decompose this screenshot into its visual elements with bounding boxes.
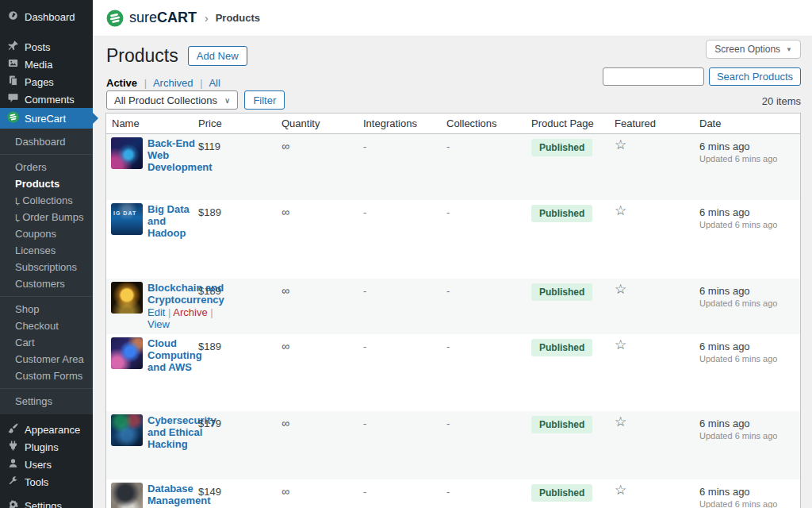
- featured-star-icon[interactable]: ☆: [615, 337, 626, 352]
- view-link-all[interactable]: All: [209, 77, 220, 89]
- date-value: 6 mins ago: [699, 140, 800, 152]
- sidebar-item-settings[interactable]: Settings: [0, 497, 93, 508]
- sidebar-item-label: Appearance: [25, 424, 80, 436]
- price-value: $179: [198, 411, 282, 479]
- sidebar-item-dashboard[interactable]: Dashboard: [0, 8, 93, 25]
- product-thumbnail[interactable]: [111, 337, 143, 369]
- collections-value: -: [446, 134, 531, 200]
- submenu-divider: [0, 154, 93, 155]
- collections-value: -: [446, 200, 531, 279]
- collections-value: -: [446, 334, 531, 411]
- collections-filter-select[interactable]: All Product Collections ∨: [106, 90, 238, 110]
- integrations-value: -: [363, 134, 446, 200]
- thumbnail-text: IG DAT: [113, 210, 136, 216]
- updated-value: Updated 6 mins ago: [699, 154, 800, 164]
- date-value: 6 mins ago: [699, 418, 800, 429]
- date-value: 6 mins ago: [699, 341, 800, 352]
- edit-link[interactable]: Edit: [147, 306, 165, 318]
- add-new-button[interactable]: Add New: [188, 46, 247, 66]
- sidebar-item-label: Tools: [25, 476, 48, 488]
- view-link[interactable]: View: [147, 318, 170, 330]
- brand-wordmark: sureCART: [129, 10, 197, 26]
- sidebar-item-media[interactable]: Media: [0, 56, 93, 73]
- featured-star-icon[interactable]: ☆: [615, 414, 626, 429]
- items-count: 20 items: [762, 95, 801, 107]
- submenu-item-cart[interactable]: Cart: [0, 334, 93, 351]
- submenu-item-custom-forms[interactable]: Custom Forms: [0, 368, 93, 384]
- submenu-item-coupons[interactable]: Coupons: [0, 225, 93, 242]
- product-thumbnail[interactable]: [111, 483, 143, 508]
- breadcrumb: Products: [216, 12, 260, 24]
- submenu-item-checkout[interactable]: Checkout: [0, 318, 93, 334]
- sidebar-item-label: Comments: [25, 94, 75, 106]
- sidebar-item-label: Media: [25, 59, 52, 71]
- search-input[interactable]: [603, 67, 704, 86]
- product-name-link[interactable]: Database Management: [147, 483, 203, 506]
- product-name-link[interactable]: Cybersecurity and Ethical Hacking: [147, 414, 203, 450]
- table-row: IG DAT Big Data and Hadoop $189 ∞ - - Pu…: [106, 200, 800, 279]
- status-badge: Published: [531, 416, 592, 433]
- view-link-active[interactable]: Active: [106, 77, 137, 89]
- sidebar-item-tools[interactable]: Tools: [0, 473, 93, 491]
- comments-icon: [7, 92, 19, 106]
- sidebar-item-users[interactable]: Users: [0, 456, 93, 473]
- product-name-link[interactable]: Big Data and Hadoop: [147, 203, 203, 239]
- status-badge: Published: [531, 205, 592, 222]
- table-row: Blockchain and Cryptocurrency Edit | Arc…: [106, 279, 800, 334]
- submenu-item-customers[interactable]: Customers: [0, 275, 93, 292]
- price-value: $119: [198, 134, 282, 200]
- sidebar-item-posts[interactable]: Posts: [0, 38, 93, 56]
- chevron-down-icon: ▼: [786, 46, 792, 53]
- collections-value: -: [446, 279, 531, 334]
- product-thumbnail[interactable]: [111, 137, 143, 169]
- submenu-item-dashboard[interactable]: Dashboard: [0, 133, 93, 150]
- featured-star-icon[interactable]: ☆: [615, 137, 626, 152]
- submenu-item-order-bumps[interactable]: ĻOrder Bumps: [0, 209, 93, 225]
- child-arrow-icon: Ļ: [15, 213, 20, 222]
- submenu-item-products[interactable]: Products: [0, 175, 93, 192]
- collections-value: -: [446, 479, 531, 508]
- submenu-item-collections[interactable]: ĻCollections: [0, 192, 93, 209]
- column-header-collections: Collections: [446, 117, 531, 129]
- date-value: 6 mins ago: [699, 206, 800, 218]
- screen-options-button[interactable]: Screen Options ▼: [706, 40, 801, 59]
- featured-star-icon[interactable]: ☆: [615, 483, 626, 498]
- column-header-price: Price: [198, 117, 282, 129]
- submenu-item-subscriptions[interactable]: Subscriptions: [0, 259, 93, 275]
- settings-icon: [7, 498, 19, 508]
- quantity-value: ∞: [282, 134, 363, 200]
- submenu-item-settings[interactable]: Settings: [0, 393, 93, 410]
- view-link-archived[interactable]: Archived: [153, 77, 193, 89]
- surecart-logo-icon: [106, 10, 124, 27]
- view-separator: |: [144, 77, 147, 89]
- submenu-item-shop[interactable]: Shop: [0, 301, 93, 318]
- search-products-button[interactable]: Search Products: [709, 67, 801, 86]
- product-thumbnail[interactable]: [111, 282, 143, 314]
- product-name-link[interactable]: Cloud Computing and AWS: [147, 337, 203, 373]
- status-badge: Published: [531, 139, 592, 156]
- filter-button[interactable]: Filter: [244, 90, 285, 110]
- sidebar-item-appearance[interactable]: Appearance: [0, 421, 93, 438]
- integrations-value: -: [363, 334, 446, 411]
- submenu-item-customer-area[interactable]: Customer Area: [0, 351, 93, 368]
- quantity-value: ∞: [282, 411, 363, 479]
- updated-value: Updated 6 mins ago: [699, 499, 800, 508]
- sidebar-item-pages[interactable]: Pages: [0, 73, 93, 90]
- sidebar-item-plugins[interactable]: Plugins: [0, 438, 93, 456]
- column-header-date: Date: [699, 117, 800, 129]
- featured-star-icon[interactable]: ☆: [615, 203, 626, 218]
- collections-value: -: [446, 411, 531, 479]
- integrations-value: -: [363, 479, 446, 508]
- integrations-value: -: [363, 279, 446, 334]
- sidebar-item-comments[interactable]: Comments: [0, 90, 93, 108]
- sidebar-item-surecart[interactable]: SureCart: [0, 108, 93, 129]
- product-thumbnail[interactable]: IG DAT: [111, 203, 143, 235]
- submenu-item-licenses[interactable]: Licenses: [0, 242, 93, 259]
- product-thumbnail[interactable]: [111, 414, 143, 446]
- integrations-value: -: [363, 411, 446, 479]
- product-name-link[interactable]: Back-End Web Development: [147, 137, 203, 173]
- submenu-item-orders[interactable]: Orders: [0, 159, 93, 175]
- featured-star-icon[interactable]: ☆: [615, 282, 626, 297]
- chevron-down-icon: ∨: [224, 96, 230, 105]
- view-separator: |: [200, 77, 202, 89]
